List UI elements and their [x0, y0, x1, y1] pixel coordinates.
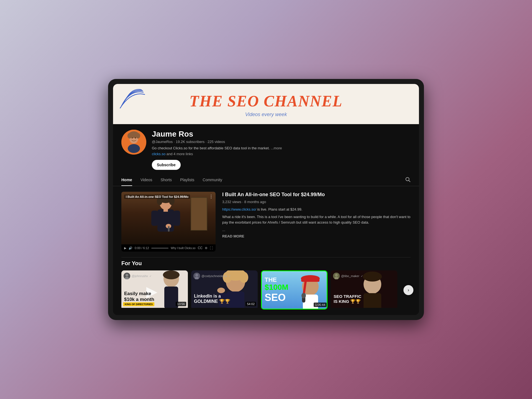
- video-time-ago: 8 months ago: [244, 200, 266, 204]
- subscribe-button[interactable]: Subscribe: [152, 160, 181, 170]
- volume-icon[interactable]: 🔊: [129, 246, 132, 250]
- nav-tabs: Home Videos Shorts Playlists Community: [113, 174, 419, 186]
- read-more-button[interactable]: READ MORE: [222, 234, 411, 238]
- video-link[interactable]: https://www.clicks.so/ is live. Plans st…: [222, 207, 411, 211]
- tablet-screen: THE SEO CHANNEL Videos every week: [113, 84, 419, 315]
- channel-banner: THE SEO CHANNEL Videos every week: [113, 84, 419, 124]
- svg-rect-14: [157, 209, 174, 232]
- card-2-verified-icon: ✓: [229, 275, 231, 278]
- card-4-channel-info: @tibo_maker ✓: [333, 273, 363, 279]
- card-4-thumbnail: @tibo_maker ✓ SEO TRAFFICIS KING 🏆🏆: [331, 270, 397, 308]
- video-controls[interactable]: ▶ 🔊 0:00 / 6:12 Why I built Clicks.so CC…: [121, 244, 216, 252]
- channel-link[interactable]: clicks.so: [152, 152, 165, 156]
- channel-info: Jaume Ros @JaumeRos · 19.2K subscribers …: [113, 124, 419, 170]
- card-2-channel-name: @codyschneiderxx: [201, 274, 227, 278]
- svg-rect-19: [168, 226, 170, 232]
- section-title: For You: [121, 260, 411, 267]
- svg-point-3: [127, 133, 132, 139]
- settings-icon[interactable]: ⚙: [205, 246, 208, 250]
- card-1-verified-icon: ✓: [149, 275, 152, 278]
- video-menu-icon[interactable]: ⋮: [209, 194, 213, 199]
- channel-details: Jaume Ros @JaumeRos · 19.2K subscribers …: [152, 130, 411, 170]
- channel-subscribers: 19.2K subscribers: [176, 140, 204, 144]
- card-1-thumbnail: @johnrushx ✓ Easily make$10k a month KIN…: [121, 270, 188, 308]
- captions-icon[interactable]: CC: [198, 246, 203, 250]
- card-3-duration: 1:05:44: [314, 303, 327, 307]
- svg-point-22: [163, 270, 180, 279]
- svg-point-32: [239, 272, 248, 283]
- card-1-duration: 13:56: [176, 302, 186, 306]
- subtitle-text: Why I built Clicks.so: [171, 247, 195, 250]
- svg-point-5: [128, 144, 140, 153]
- video-card-4[interactable]: @tibo_maker ✓ SEO TRAFFICIS KING 🏆🏆: [331, 270, 397, 310]
- card-4-verified-icon: ✓: [361, 275, 363, 278]
- video-stats: 3,232 views · 8 months ago: [222, 200, 411, 204]
- channel-name: Jaume Ros: [152, 130, 411, 139]
- play-icon[interactable]: ▶: [124, 246, 126, 250]
- for-you-section: For You: [113, 257, 419, 315]
- fullscreen-icon[interactable]: ⛶: [210, 246, 213, 250]
- card-1-channel-info: @johnrushx ✓: [124, 273, 152, 279]
- video-views: 3,232 views: [222, 200, 241, 204]
- tab-videos[interactable]: Videos: [140, 174, 152, 186]
- svg-point-7: [135, 137, 136, 139]
- tab-playlists[interactable]: Playlists: [180, 174, 194, 186]
- video-info-title: I Built An All-in-one SEO Tool for $24.9…: [222, 192, 411, 198]
- search-icon[interactable]: [405, 177, 411, 184]
- video-info: I Built An All-in-one SEO Tool for $24.9…: [222, 192, 411, 252]
- tab-home[interactable]: Home: [121, 174, 132, 186]
- banner-title: THE SEO CHANNEL: [124, 92, 408, 110]
- video-card-2[interactable]: @codyschneiderxx ✓ LinkedIn is aGOLDMINE…: [191, 270, 258, 310]
- channel-link-extra: and 4 more links: [167, 152, 193, 156]
- progress-bar[interactable]: [151, 248, 168, 249]
- channel-video-count: 225 videos: [208, 140, 225, 144]
- channel-description: Go checkout Clicks.so for the best affor…: [152, 146, 411, 150]
- tab-community[interactable]: Community: [203, 174, 222, 186]
- svg-rect-17: [173, 211, 180, 226]
- svg-point-37: [195, 274, 198, 277]
- avatar-container: [121, 130, 146, 155]
- card-2-thumbnail: @codyschneiderxx ✓ LinkedIn is aGOLDMINE…: [191, 270, 258, 308]
- channel-handle: @JaumeRos: [152, 140, 173, 144]
- card-4-title: SEO TRAFFICIS KING 🏆🏆: [334, 294, 395, 304]
- card-1-title: Easily make$10k a month: [124, 291, 185, 302]
- video-thumbnail: I Built An All-in-one SEO Tool for $24.9…: [121, 192, 216, 244]
- banner-subtitle: Videos every week: [124, 112, 408, 117]
- video-card-1[interactable]: @johnrushx ✓ Easily make$10k a month KIN…: [121, 270, 188, 310]
- timestamp: 0:00 / 6:12: [135, 246, 149, 250]
- svg-point-35: [217, 288, 225, 293]
- card-1-channel-name: @johnrushx: [132, 274, 148, 278]
- tab-shorts[interactable]: Shorts: [160, 174, 172, 186]
- card-2-duration: 54:02: [245, 302, 256, 306]
- video-ellipsis: ...: [222, 228, 411, 232]
- tablet-frame: THE SEO CHANNEL Videos every week: [108, 79, 424, 320]
- card-3-title: THE $100M SEO: [265, 277, 326, 303]
- svg-line-9: [409, 180, 410, 182]
- card-2-channel-info: @codyschneiderxx ✓: [193, 273, 231, 279]
- avatar: [121, 130, 146, 155]
- next-arrow-button[interactable]: ›: [403, 285, 413, 295]
- svg-rect-15: [163, 209, 168, 212]
- svg-point-52: [335, 274, 338, 277]
- svg-point-49: [363, 272, 382, 282]
- video-description: What a ride it's been. This is a tool i'…: [222, 214, 411, 225]
- description-more[interactable]: ...more: [271, 146, 282, 150]
- svg-point-6: [132, 137, 133, 139]
- video-cards: @johnrushx ✓ Easily make$10k a month KIN…: [121, 270, 411, 310]
- channel-links: clicks.so and 4 more links: [152, 152, 411, 156]
- featured-video-section: I Built An All-in-one SEO Tool for $24.9…: [113, 186, 419, 257]
- svg-rect-16: [151, 211, 158, 226]
- video-card-3[interactable]: THE $100M SEO 1:05:44: [261, 270, 328, 310]
- card-1-avatar: [124, 273, 130, 279]
- banner-decoration: [119, 87, 152, 110]
- channel-meta: @JaumeRos · 19.2K subscribers · 225 vide…: [152, 140, 411, 144]
- card-3-thumbnail: THE $100M SEO 1:05:44: [262, 271, 328, 309]
- svg-point-4: [136, 133, 140, 139]
- card-2-avatar: [193, 273, 200, 279]
- svg-point-26: [126, 274, 128, 277]
- video-title-overlay: I Built An All-in-one SEO Tool for $24.9…: [124, 195, 190, 199]
- card-4-avatar: [333, 273, 340, 279]
- card-1-label: KING OF DIRECTORIES: [123, 302, 154, 306]
- video-player[interactable]: I Built An All-in-one SEO Tool for $24.9…: [121, 192, 216, 252]
- video-cards-container: @johnrushx ✓ Easily make$10k a month KIN…: [121, 270, 411, 310]
